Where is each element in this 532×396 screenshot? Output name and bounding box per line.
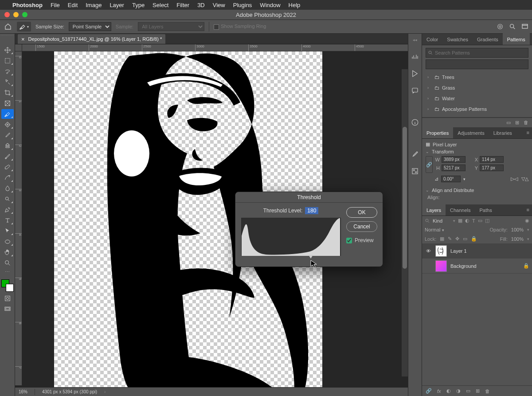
tab-gradients[interactable]: Gradients xyxy=(473,33,503,45)
history-brush-tool[interactable] xyxy=(1,152,14,161)
panel-menu-icon[interactable]: ≡ xyxy=(524,204,532,216)
fill-value[interactable]: 100% xyxy=(511,236,524,242)
flip-vertical-icon[interactable]: ▽△ xyxy=(521,176,528,182)
edit-toolbar[interactable]: ⋯ xyxy=(1,269,14,275)
threshold-level-input[interactable] xyxy=(305,207,318,214)
opacity-value[interactable]: 100% xyxy=(511,227,524,232)
brush-tool[interactable] xyxy=(1,130,14,140)
close-tab-icon[interactable]: × xyxy=(21,36,25,43)
layer-mask-icon[interactable]: ◐ xyxy=(446,388,451,394)
pattern-folder[interactable]: ›🗀Grass xyxy=(426,82,528,93)
layer-name[interactable]: Layer 1 xyxy=(450,248,467,254)
shape-tool[interactable] xyxy=(1,237,14,247)
gradient-tool[interactable] xyxy=(1,173,14,183)
new-group-icon[interactable]: ▭ xyxy=(506,120,511,125)
height-field[interactable]: 5217 px xyxy=(442,165,466,171)
scrollbar-thumb[interactable] xyxy=(403,127,407,269)
tab-paths[interactable]: Paths xyxy=(475,204,497,216)
menu-3d[interactable]: 3D xyxy=(197,2,205,8)
filter-toggle-icon[interactable]: ◉ xyxy=(525,218,529,223)
layer-name[interactable]: Background xyxy=(450,263,477,269)
vertical-scrollbar[interactable] xyxy=(402,69,408,376)
align-section-label[interactable]: Align and Distribute xyxy=(432,188,474,193)
menu-image[interactable]: Image xyxy=(86,2,102,8)
layer-filter-kind[interactable] xyxy=(433,218,450,223)
lock-artboard-icon[interactable]: ▭ xyxy=(463,236,467,242)
width-field[interactable]: 3889 px xyxy=(442,156,466,163)
lasso-tool[interactable] xyxy=(1,67,14,76)
mac-menubar[interactable]: Photoshop File Edit Image Layer Type Sel… xyxy=(0,0,532,10)
delete-icon[interactable]: 🗑 xyxy=(524,120,528,125)
new-group-icon[interactable]: ▭ xyxy=(466,388,470,394)
hand-tool[interactable] xyxy=(1,247,14,257)
layer-thumbnail[interactable] xyxy=(435,260,447,272)
rotation-field[interactable]: 0.00° xyxy=(441,176,461,182)
cancel-button[interactable]: Cancel xyxy=(346,221,377,232)
panel-menu-icon[interactable]: ≡ xyxy=(530,33,532,45)
layer-thumbnail[interactable] xyxy=(435,245,447,257)
layer-fx-icon[interactable]: fx xyxy=(437,388,441,394)
delete-layer-icon[interactable]: 🗑 xyxy=(485,388,490,394)
patterns-search-input[interactable] xyxy=(435,50,526,55)
lock-all-icon[interactable]: 🔒 xyxy=(471,236,477,242)
pattern-folder[interactable]: ›🗀Water xyxy=(426,93,528,104)
panel-menu-icon[interactable]: ≡ xyxy=(524,127,532,138)
blur-tool[interactable] xyxy=(1,184,14,193)
filter-smart-icon[interactable]: ◫ xyxy=(485,218,489,223)
tab-libraries[interactable]: Libraries xyxy=(489,127,516,138)
vertical-ruler[interactable]: 01234567 xyxy=(15,51,22,385)
info-panel-icon[interactable] xyxy=(411,118,419,127)
sample-size-select[interactable]: Point Sample xyxy=(69,22,111,31)
filter-pixel-icon[interactable]: ▦ xyxy=(458,218,462,223)
transform-section-label[interactable]: Transform xyxy=(432,149,454,154)
history-panel-icon[interactable] xyxy=(411,69,419,78)
sample-select[interactable]: All Layers xyxy=(138,22,204,31)
marquee-tool[interactable] xyxy=(1,56,14,66)
pen-tool[interactable] xyxy=(1,205,14,215)
menu-edit[interactable]: Edit xyxy=(68,2,78,8)
filter-shape-icon[interactable]: ▭ xyxy=(478,218,482,223)
tab-channels[interactable]: Channels xyxy=(446,204,475,216)
adjustment-layer-icon[interactable]: ◑ xyxy=(456,388,461,394)
show-sampling-checkbox[interactable] xyxy=(214,24,219,30)
workspace-icon[interactable] xyxy=(521,23,528,30)
new-layer-icon[interactable]: ⊞ xyxy=(476,388,480,394)
tab-color[interactable]: Color xyxy=(422,33,442,45)
tab-patterns[interactable]: Patterns xyxy=(503,33,530,45)
home-icon[interactable] xyxy=(4,22,12,31)
lock-transparent-icon[interactable]: ▦ xyxy=(440,236,444,242)
cloud-icon[interactable] xyxy=(497,23,504,30)
blend-mode-select[interactable]: Normal ▾ xyxy=(425,227,486,232)
doc-info[interactable]: 4301 px x 5394 px (300 ppi) xyxy=(42,389,97,394)
histogram[interactable] xyxy=(241,218,341,256)
horizontal-ruler[interactable]: 15002000250030003500400045005000 xyxy=(22,44,408,51)
menu-select[interactable]: Select xyxy=(153,2,168,8)
menu-filter[interactable]: Filter xyxy=(176,2,189,8)
link-layers-icon[interactable]: 🔗 xyxy=(426,388,432,394)
menu-plugins[interactable]: Plugins xyxy=(233,2,252,8)
flip-horizontal-icon[interactable]: ▷◁ xyxy=(511,176,518,182)
comments-panel-icon[interactable] xyxy=(411,86,419,95)
clone-stamp-tool[interactable] xyxy=(1,141,14,151)
layer-row[interactable]: Background🔒 xyxy=(422,259,532,274)
brushes-panel-icon[interactable] xyxy=(411,150,419,159)
ruler-origin[interactable] xyxy=(15,44,22,51)
quickmask-toggle[interactable] xyxy=(1,294,14,302)
search-icon[interactable] xyxy=(509,23,516,30)
menu-view[interactable]: View xyxy=(213,2,225,8)
collapse-handle-icon[interactable]: ◂◂ xyxy=(411,35,419,44)
lock-image-icon[interactable]: ✎ xyxy=(448,236,452,242)
slider-thumb[interactable] xyxy=(309,255,313,259)
link-dimensions-icon[interactable]: 🔗 xyxy=(426,156,433,173)
pattern-folder[interactable]: ›🗀Apocalypse Patterns xyxy=(426,104,528,114)
tab-properties[interactable]: Properties xyxy=(422,127,453,138)
lock-position-icon[interactable]: ✥ xyxy=(455,236,459,242)
menu-help[interactable]: Help xyxy=(289,2,301,8)
ok-button[interactable]: OK xyxy=(346,207,377,218)
pattern-folder[interactable]: ›🗀Trees xyxy=(426,72,528,82)
color-swatches[interactable] xyxy=(1,279,14,292)
histogram-panel-icon[interactable] xyxy=(411,52,419,61)
visibility-toggle[interactable]: 👁 xyxy=(425,248,432,254)
crop-tool[interactable] xyxy=(1,88,14,98)
quick-select-tool[interactable] xyxy=(1,77,14,87)
